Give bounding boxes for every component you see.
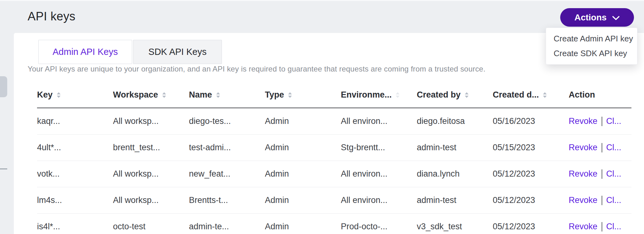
cell-action: Revoke Cl... [569,222,631,231]
cell-workspace: All worksp... [113,116,189,126]
clone-link[interactable]: Cl... [606,143,621,152]
action-divider [602,143,602,152]
column-label: Environme... [341,90,392,100]
table-row: 4ult*... brentt_test... test-admi... Adm… [37,135,631,161]
scrollbar-thumb[interactable] [0,76,7,97]
action-divider [602,196,602,205]
cell-created-date: 05/12/2023 [493,169,569,179]
column-header-workspace[interactable]: Workspace [113,90,189,100]
tab-bar: Admin API Keys SDK API Keys [38,40,222,64]
cell-created-date: 05/15/2023 [493,143,569,152]
cell-type: Admin [265,195,341,205]
cell-environment: Stg-brentt... [341,143,417,152]
cell-workspace: brentt_test... [113,143,189,152]
cell-workspace: All worksp... [113,195,189,205]
action-divider [602,222,602,231]
column-header-created-by[interactable]: Created by [417,90,493,100]
clone-link[interactable]: Cl... [606,169,621,179]
cell-name: test-admi... [189,143,265,152]
cell-key: votk... [37,169,113,179]
menu-item-create-sdk-api-key[interactable]: Create SDK API key [546,46,637,61]
cell-created-by: v3_sdk_test [417,222,493,231]
clone-link[interactable]: Cl... [606,116,621,126]
cell-workspace: octo-test [113,222,189,231]
cell-created-by: diego.feitosa [417,116,493,126]
revoke-link[interactable]: Revoke [569,143,598,152]
tab-admin-api-keys[interactable]: Admin API Keys [38,40,132,64]
page-title: API keys [28,9,75,23]
column-label: Created d... [493,90,539,100]
cell-created-date: 05/12/2023 [493,222,569,231]
column-label: Type [265,90,284,100]
sort-icon [465,92,469,98]
cell-action: Revoke Cl... [569,143,631,152]
clone-link[interactable]: Cl... [606,222,621,231]
column-label: Key [37,90,53,100]
cell-created-date: 05/16/2023 [493,116,569,126]
cell-key: kaqr... [37,116,113,126]
table-row: votk... All worksp... new_feat... Admin … [37,161,631,187]
cell-type: Admin [265,169,341,179]
cell-action: Revoke Cl... [569,195,631,205]
revoke-link[interactable]: Revoke [569,116,598,126]
cell-action: Revoke Cl... [569,169,631,179]
sort-icon [288,92,292,98]
column-header-key[interactable]: Key [37,90,113,100]
column-label: Action [569,90,595,100]
cell-key: is4l*... [37,222,113,231]
table-row: lm4s... All worksp... Brentts-t... Admin… [37,187,631,214]
chevron-down-icon [612,16,620,20]
api-keys-table: Key Workspace Name Type Environme... [37,82,631,234]
tab-sdk-api-keys-label: SDK API Keys [148,47,207,57]
menu-item-create-admin-api-key[interactable]: Create Admin API key [546,31,637,46]
sort-icon [396,92,400,98]
revoke-link[interactable]: Revoke [569,195,598,205]
cell-name: Brentts-t... [189,195,265,205]
actions-button-label: Actions [574,13,607,23]
cell-environment: All environ... [341,116,417,126]
cell-created-by: diana.lynch [417,169,493,179]
clone-link[interactable]: Cl... [606,195,621,205]
sort-icon [57,92,61,98]
sort-icon [162,92,166,98]
column-header-created-date[interactable]: Created d... [493,90,569,100]
table-header-row: Key Workspace Name Type Environme... [37,82,631,108]
column-header-environment[interactable]: Environme... [341,90,417,100]
column-header-name[interactable]: Name [189,90,265,100]
cell-key: 4ult*... [37,143,113,152]
column-header-type[interactable]: Type [265,90,341,100]
tab-admin-api-keys-label: Admin API Keys [53,47,118,57]
revoke-link[interactable]: Revoke [569,222,598,231]
sort-icon [543,92,547,98]
cell-created-by: admin-test [417,195,493,205]
column-label: Created by [417,90,461,100]
cell-environment: Prod-octo-... [341,222,417,231]
action-divider [602,117,602,126]
cell-type: Admin [265,143,341,152]
actions-button[interactable]: Actions [560,8,634,27]
cell-workspace: All worksp... [113,169,189,179]
cell-key: lm4s... [37,195,113,205]
tab-sdk-api-keys[interactable]: SDK API Keys [133,40,222,64]
description-text: Your API keys are unique to your organiz… [28,65,486,73]
cell-name: diego-tes... [189,116,265,126]
cell-type: Admin [265,116,341,126]
cell-type: Admin [265,222,341,231]
column-label: Name [189,90,212,100]
column-label: Workspace [113,90,158,100]
action-divider [602,169,602,179]
cell-created-by: admin-test [417,143,493,152]
cell-created-date: 05/12/2023 [493,195,569,205]
table-row: is4l*... octo-test admin-te... Admin Pro… [37,214,631,234]
actions-dropdown-menu: Create Admin API key Create SDK API key [546,28,637,65]
cell-name: new_feat... [189,169,265,179]
cell-action: Revoke Cl... [569,116,631,126]
api-keys-page: API keys Actions Admin API Keys SDK API … [0,0,644,234]
column-header-action: Action [569,90,631,100]
resize-handle[interactable] [0,168,7,169]
cell-name: admin-te... [189,222,265,231]
cell-environment: All environ... [341,195,417,205]
sort-icon [216,92,220,98]
cell-environment: All environ... [341,169,417,179]
revoke-link[interactable]: Revoke [569,169,598,179]
